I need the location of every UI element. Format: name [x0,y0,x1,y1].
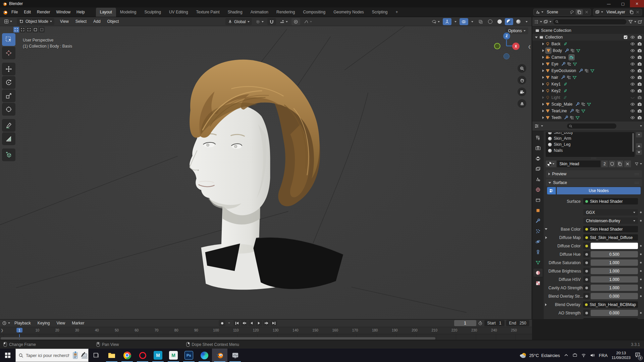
menu-file[interactable]: File [8,8,21,16]
outliner-row-key2[interactable]: Key2 [532,87,644,94]
current-frame-badge[interactable]: 1 [16,328,22,333]
taskbar-app-chrome[interactable] [119,349,135,362]
gizmo-minus-axis[interactable] [503,53,509,59]
material-users-count[interactable]: 2 [601,161,608,167]
preview-panel-header[interactable]: Preview :::: [546,170,642,178]
diffuse-map-field[interactable]: Std_Skin_Head_Diffuse [583,234,638,241]
keyframe-dot[interactable] [638,262,643,263]
render-visibility-icon[interactable] [637,55,642,60]
pivot-dropdown[interactable] [254,18,266,25]
tool-transform[interactable] [2,103,15,116]
orientation-dropdown[interactable]: Global [225,18,252,25]
workspace-tab-shading[interactable]: Shading [224,8,247,17]
blend-overlay-str--slider[interactable]: 0.000 [591,293,638,299]
diffuse-saturation-slider[interactable]: 1.000 [591,259,638,266]
search-input[interactable] [26,353,69,358]
visibility-eye-icon[interactable] [630,62,635,66]
surface-shader-field[interactable]: Skin Head Shader [583,198,638,204]
outliner-row-key1[interactable]: Key1 [532,81,644,87]
render-visibility-icon[interactable] [637,48,642,53]
tool-cursor[interactable] [2,47,15,59]
fake-user-button[interactable] [609,161,615,167]
workspace-tab-compositing[interactable]: Compositing [299,8,329,17]
timeline-menu-playback[interactable]: Playback [11,319,34,327]
workspace-tab-layout[interactable]: Layout [96,8,116,17]
zoom-button[interactable] [518,64,526,73]
distribution-dropdown[interactable]: GGX [583,209,638,216]
keyframe-dot[interactable] [638,287,643,289]
properties-tab-tool[interactable] [533,133,543,142]
render-visibility-icon[interactable] [637,68,642,73]
visibility-eye-icon[interactable] [630,42,635,46]
taskbar-app-blender[interactable] [212,349,227,362]
weather-widget[interactable]: 25°C Eclaircies [519,351,560,359]
close-button[interactable]: ✕ [630,0,644,7]
material-slot-skin_arm[interactable]: Skin_Arm [546,135,634,141]
tool-measure[interactable] [2,132,15,145]
next-keyframe-button[interactable] [263,320,270,326]
viewport-3d[interactable]: Object Mode ViewSelectAddObject Global [0,17,532,319]
diffuse-brightness-slider[interactable]: 1.000 [591,268,638,274]
taskbar-app-maya[interactable]: M [150,349,166,362]
outliner-row-eyeocclusion[interactable]: EyeOcclusion [532,67,644,74]
outliner-row-hair[interactable]: hair [532,74,644,81]
minimize-button[interactable]: — [602,0,616,7]
visibility-eye-icon[interactable] [630,88,635,93]
workspace-tab-sculpting[interactable]: Sculpting [141,8,165,17]
properties-editor-dropdown[interactable] [541,125,543,127]
timeline-expander-arrow[interactable]: ❯ [1,328,3,332]
gizmo-z-axis[interactable]: Z [503,33,510,40]
current-frame-field[interactable]: 1 [454,320,476,326]
expand-icon[interactable] [542,43,544,45]
properties-tab-object-data[interactable] [533,258,543,267]
viewport-menu-object[interactable]: Object [104,18,122,25]
properties-tab-physics[interactable] [533,237,543,246]
base-color-field[interactable]: Skin Head Shader [583,226,638,232]
material-slot-skin_leg[interactable]: Skin_Leg [546,141,634,147]
outliner-row-scene-collection[interactable]: Scene Collection [532,27,644,34]
viewlayer-selector[interactable]: ViewLayer [593,9,642,16]
workspace-tab-animation[interactable]: Animation [247,8,272,17]
overlays-dropdown[interactable] [469,18,475,25]
keying-dropdown[interactable] [228,322,230,324]
camera-view-button[interactable] [518,87,526,96]
gizmos-dropdown[interactable] [452,18,459,25]
ortho-toggle-button[interactable] [518,99,526,108]
expand-icon[interactable] [542,116,544,119]
render-visibility-icon[interactable] [637,82,642,86]
render-visibility-icon[interactable] [637,75,642,80]
outliner-row-scalp_male[interactable]: Scalp_Male [532,101,644,108]
start-button[interactable] [0,349,15,362]
keyframe-dot[interactable] [638,312,643,314]
menu-edit[interactable]: Edit [21,8,34,16]
properties-tab-texture[interactable] [533,279,543,288]
render-visibility-icon[interactable] [637,109,642,113]
tray-chevron-icon[interactable] [564,353,569,358]
timeline-editor-dropdown[interactable] [8,322,10,324]
taskbar-search[interactable] [15,349,89,362]
taskbar-app-maya-creative[interactable]: M [166,349,181,362]
language-indicator[interactable]: FRA [599,353,607,358]
visibility-dropdown[interactable] [430,18,442,25]
gizmo-x-axis[interactable]: X [512,43,520,50]
shading-rendered-button[interactable] [514,18,523,25]
diffuse-hsv-slider[interactable]: 1.000 [591,276,638,283]
outliner-editor-icon[interactable] [534,19,539,24]
auto-keying-button[interactable] [219,320,225,326]
viewport-menu-view[interactable]: View [57,18,72,25]
pan-button[interactable] [518,76,526,84]
taskbar-app-edge[interactable] [197,349,212,362]
sidebar-collapse-arrow[interactable]: ❮ [528,45,531,49]
expand-icon[interactable] [542,110,544,112]
tool-move[interactable] [2,63,15,75]
tool-annotate[interactable] [2,119,15,132]
overlays-toggle[interactable] [460,18,468,25]
render-visibility-icon[interactable] [637,62,642,66]
wifi-icon[interactable] [581,353,586,358]
keyframe-dot[interactable] [638,212,643,213]
frame-end-field[interactable]: End250 [506,320,529,326]
gizmo-y-axis[interactable] [494,43,500,49]
shading-wireframe-button[interactable] [486,18,494,25]
properties-tab-constraints[interactable] [533,247,543,256]
expand-icon[interactable] [542,56,544,59]
